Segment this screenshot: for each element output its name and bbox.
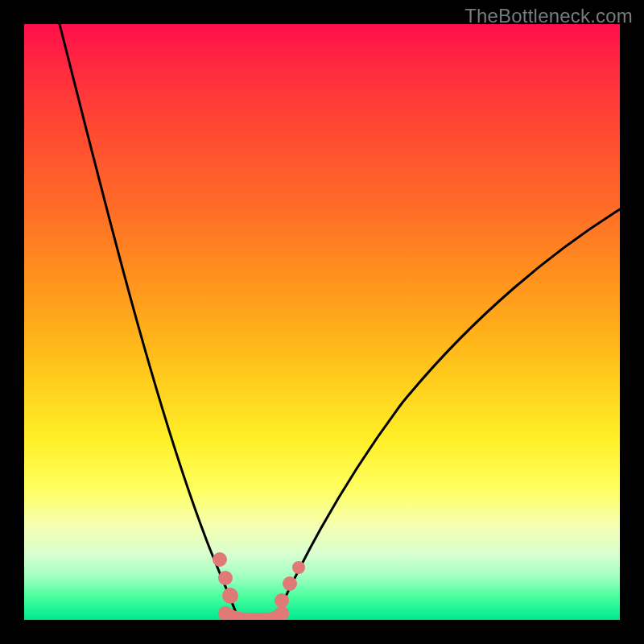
left-branch-curve [60,24,238,620]
curves-overlay [24,24,620,620]
marker-dot [292,561,305,574]
marker-dot [218,571,233,585]
marker-dot [283,576,297,591]
plot-area [24,24,620,620]
right-branch-curve [275,209,620,620]
marker-dot [275,593,289,608]
marker-dot [222,588,238,604]
baseline-stroke [225,613,282,620]
watermark-text: TheBottleneck.com [464,5,633,27]
chart-frame: TheBottleneck.com [0,0,644,644]
marker-dot [213,552,227,567]
